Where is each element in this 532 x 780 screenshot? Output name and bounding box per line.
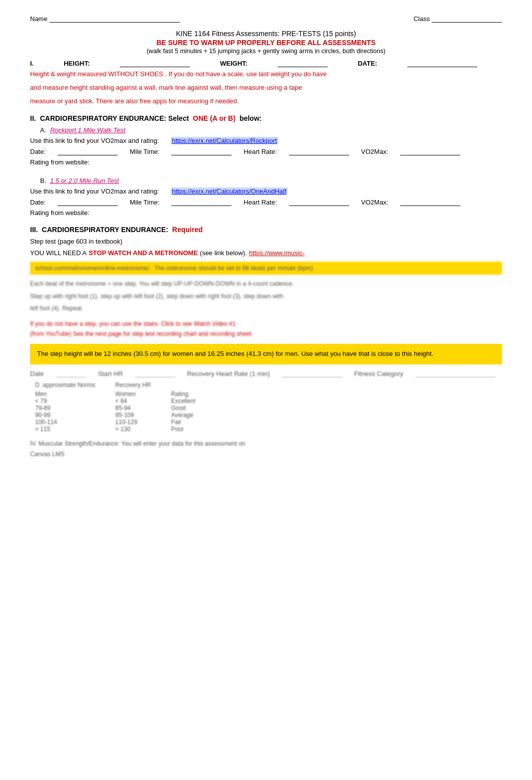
item-a-label: A. <box>40 126 46 134</box>
height-value[interactable] <box>120 60 190 67</box>
item-b-vo2max-label: VO2Max: <box>361 199 388 206</box>
item-b-vo2-label: Use this link to find your VO2max and ra… <box>30 187 159 195</box>
section-iii-header: III. CARDIORESPIRATORY ENDURANCE: Requir… <box>30 226 502 234</box>
norms-col-women-header: Recovery HR <box>115 381 151 388</box>
norms-col-men-header: Men <box>35 391 57 398</box>
header-row: Name Class <box>30 15 502 23</box>
stopwatch-highlight: STOP WATCH AND A METRONOME <box>89 249 198 257</box>
height-label: HEIGHT: <box>64 60 90 67</box>
norms-label-men: D. approximate Norms <box>35 381 95 388</box>
blurred-red-2: (from YouTube) See the next page for ste… <box>30 329 502 339</box>
item-a-data-row: Date: Mile Time: Heart Rate: VO2Max: <box>30 147 502 155</box>
norms-col-rating: Rating Excellent Good Average Fair Poor <box>171 381 195 433</box>
item-a-vo2max-field[interactable] <box>400 147 460 155</box>
weight-value[interactable] <box>278 60 328 67</box>
item-a-hr-label: Heart Rate: <box>243 148 277 155</box>
class-underline[interactable] <box>432 22 502 23</box>
section-iv-line1: IV. Muscular Strength/Endurance: You wil… <box>30 439 502 449</box>
class-field: Class <box>413 15 502 23</box>
section-ii-below: below: <box>239 114 261 122</box>
item-a-mile-field[interactable] <box>171 147 231 155</box>
section-ii: II. CARDIORESPIRATORY ENDURANCE: Select … <box>30 114 502 217</box>
norms-section: D. approximate Norms Men < 79 79-89 90-9… <box>30 381 502 433</box>
norms-col-men: Men < 79 79-89 90-99 100-114 > 115 <box>35 391 57 433</box>
body-text-3: measure or yard stick. There are also fr… <box>30 96 502 107</box>
item-b: B. 1.5 or 2.0 Mile Run Test <box>40 177 502 184</box>
section-iii-title: CARDIORESPIRATORY ENDURANCE: <box>42 226 168 234</box>
section-iii-label: III. <box>30 226 38 234</box>
blurred-text-4: left foot (4). Repeat. <box>30 303 502 313</box>
table-recovery-hr-header: Recovery Heart Rate (1 min) <box>187 370 270 377</box>
section-i: I. HEIGHT: WEIGHT: DATE: Height & weight… <box>30 60 502 106</box>
item-a-vo2-link[interactable]: https://exrx.net/Calculators/Rockport <box>171 137 278 144</box>
class-label: Class <box>413 15 430 23</box>
stopwatch-row: YOU WILL NEED A STOP WATCH AND A METRONO… <box>30 249 502 257</box>
required-label: Required <box>172 226 203 234</box>
name-label: Name <box>30 15 48 23</box>
table-start-hr-header: Start HR <box>98 370 123 377</box>
norms-cols: Men < 79 79-89 90-99 100-114 > 115 <box>35 391 95 433</box>
name-underline[interactable] <box>50 22 180 23</box>
body-text-2: and measure height standing against a wa… <box>30 83 502 93</box>
item-a-rating-row: Rating from website: <box>30 158 502 166</box>
yellow-block-text: The step height will be 12 inches (30.5 … <box>37 350 433 357</box>
date-label: DATE: <box>358 60 377 67</box>
blurred-block-1: school.com/metronome/online-metronome/ .… <box>30 262 502 275</box>
blurred-line4: left foot (4). Repeat. <box>30 305 83 312</box>
item-b-data-row: Date: Mile Time: Heart Rate: VO2Max: <box>30 198 502 206</box>
run-test-link[interactable]: 1.5 or 2.0 Mile Run Test <box>50 177 119 184</box>
title-sub: (walk fast 5 minutes + 15 jumping jacks … <box>30 48 502 55</box>
item-b-date-field[interactable] <box>58 198 118 206</box>
item-a-vo2-row: Use this link to find your VO2max and ra… <box>30 137 502 144</box>
item-a: A. Rockport 1 Mile Walk Test <box>40 126 502 134</box>
final-text-2: Canvas LMS <box>30 451 65 458</box>
rockport-link[interactable]: Rockport 1 Mile Walk Test <box>50 126 125 134</box>
date-value[interactable] <box>407 60 477 67</box>
one-a-b-label: ONE (A or B) <box>193 114 235 122</box>
section-iv-line2: Canvas LMS <box>30 449 502 459</box>
imusic-link[interactable]: https://www.imusic- <box>249 249 305 257</box>
step-test-note: Step test (page 603 in textbook) <box>30 238 502 245</box>
norms-col-women: Recovery HR Women < 84 85-94 95-109 110-… <box>115 381 151 433</box>
item-a-vo2-label: Use this link to find your VO2max and ra… <box>30 137 159 144</box>
blurred-line1: school.com/metronome/online-metronome/ .… <box>35 265 315 272</box>
item-b-vo2-link[interactable]: https://exrx.net/Calculators/OneAndHalf <box>171 187 287 195</box>
item-b-vo2-row: Use this link to find your VO2max and ra… <box>30 187 502 195</box>
body-text-1: Height & weight measured WITHOUT SHOES .… <box>30 69 502 80</box>
blurred-line5: If you do not have a step, you can use t… <box>30 320 236 327</box>
table-fitness-cat-header: Fitness Category <box>354 370 403 377</box>
weight-label: WEIGHT: <box>220 60 247 67</box>
table-start-hr-field[interactable] <box>135 369 175 377</box>
item-b-date-label: Date: <box>30 199 46 206</box>
section-ii-label: II. <box>30 114 36 122</box>
item-a-rating-label: Rating from website: <box>30 158 90 166</box>
section-i-label: I. <box>30 60 34 67</box>
item-b-vo2max-field[interactable] <box>400 198 460 206</box>
body-text-2-content: and measure height standing against a wa… <box>30 84 302 91</box>
section-ii-header: II. CARDIORESPIRATORY ENDURANCE: Select … <box>30 114 502 122</box>
item-b-rating-row: Rating from website: <box>30 209 502 217</box>
name-field: Name <box>30 15 180 23</box>
norms-label-d: D. approximate Norms Men < 79 79-89 90-9… <box>35 381 95 433</box>
body-text-1-content: Height & weight measured WITHOUT SHOES .… <box>30 70 327 78</box>
blurred-section-2: If you do not have a step, you can use t… <box>30 319 502 339</box>
blurred-red-1: If you do not have a step, you can use t… <box>30 319 502 329</box>
blurred-text-3: Step up with right foot (1), step up wit… <box>30 291 502 301</box>
info-row: I. HEIGHT: WEIGHT: DATE: <box>30 60 502 67</box>
stopwatch-mid: (see link below). <box>200 249 247 257</box>
item-b-hr-field[interactable] <box>289 198 349 206</box>
item-b-mile-field[interactable] <box>171 198 231 206</box>
blurred-line2: Each beat of the metronome = one step. Y… <box>30 280 294 287</box>
table-fitness-cat-field[interactable] <box>415 369 495 377</box>
table-date-header: Date <box>30 370 44 377</box>
item-b-mile-label: Mile Time: <box>130 199 159 206</box>
section-ii-title: CARDIORESPIRATORY ENDURANCE: Select <box>40 114 189 122</box>
item-a-mile-label: Mile Time: <box>130 148 159 155</box>
blurred-text-2: Each beat of the metronome = one step. Y… <box>30 279 502 289</box>
table-recovery-hr-field[interactable] <box>282 369 342 377</box>
item-a-date-field[interactable] <box>58 147 118 155</box>
section-iv: IV. Muscular Strength/Endurance: You wil… <box>30 439 502 459</box>
stopwatch-pre: YOU WILL NEED A <box>30 249 87 257</box>
table-date-field[interactable] <box>56 369 86 377</box>
item-a-hr-field[interactable] <box>289 147 349 155</box>
